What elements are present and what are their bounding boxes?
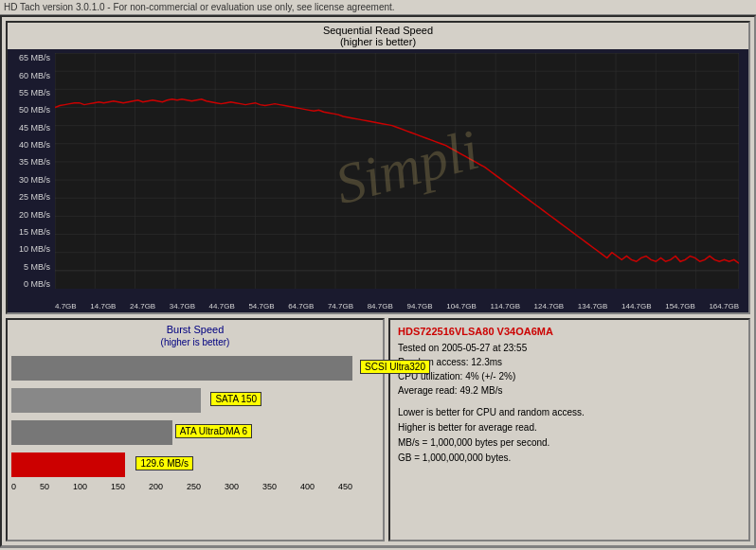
y-label: 5 MB/s bbox=[9, 262, 52, 272]
burst-x-label: 300 bbox=[225, 482, 239, 491]
burst-x-axis: 0 50 100 150 200 250 300 350 400 450 bbox=[11, 482, 352, 491]
y-label: 55 MB/s bbox=[9, 88, 52, 98]
y-axis: 0 MB/s 5 MB/s 10 MB/s 15 MB/s 20 MB/s 25… bbox=[9, 53, 52, 289]
burst-chart-title: Burst Speed bbox=[11, 324, 379, 335]
y-label: 30 MB/s bbox=[9, 175, 52, 185]
bar-label-actual: 129.6 MB/s bbox=[135, 456, 193, 470]
y-label: 15 MB/s bbox=[9, 227, 52, 237]
x-label: 44.7GB bbox=[209, 302, 235, 310]
y-label: 0 MB/s bbox=[9, 279, 52, 289]
x-label: 4.7GB bbox=[55, 302, 77, 310]
x-label: 14.7GB bbox=[90, 302, 116, 310]
y-label: 60 MB/s bbox=[9, 71, 52, 80]
info-panel: HDS722516VLSA80 V34OA6MA Tested on 2005-… bbox=[388, 318, 750, 541]
note-cpu: Lower is better for CPU and random acces… bbox=[398, 405, 741, 420]
y-label: 10 MB/s bbox=[9, 244, 52, 254]
title-bar: HD Tach version 3.0.1.0 - For non-commer… bbox=[0, 0, 756, 15]
x-label: 54.7GB bbox=[248, 302, 274, 310]
x-label: 124.7GB bbox=[534, 302, 565, 310]
y-label: 65 MB/s bbox=[9, 53, 52, 62]
burst-x-label: 350 bbox=[262, 482, 277, 491]
title-text: HD Tach version 3.0.1.0 - For non-commer… bbox=[4, 2, 395, 12]
burst-chart-subtitle: (higher is better) bbox=[11, 337, 379, 347]
y-label: 35 MB/s bbox=[9, 157, 52, 167]
x-axis: 4.7GB 14.7GB 24.7GB 34.7GB 44.7GB 54.7GB… bbox=[55, 302, 739, 310]
burst-chart: Burst Speed (higher is better) SCSI Ultr… bbox=[6, 318, 385, 541]
x-label: 34.7GB bbox=[170, 302, 195, 310]
y-label: 40 MB/s bbox=[9, 140, 52, 150]
x-label: 104.7GB bbox=[446, 302, 477, 310]
info-details: Tested on 2005-05-27 at 23:55 Random acc… bbox=[398, 341, 741, 398]
cpu-utilization: CPU utilization: 4% (+/- 2%) bbox=[398, 369, 741, 383]
x-label: 94.7GB bbox=[406, 302, 432, 310]
x-label: 84.7GB bbox=[368, 302, 393, 310]
bar-label-ata: ATA UltraDMA 6 bbox=[175, 424, 252, 438]
tested-on: Tested on 2005-05-27 at 23:55 bbox=[398, 341, 741, 355]
x-label: 134.7GB bbox=[578, 302, 608, 310]
burst-x-label: 50 bbox=[40, 482, 49, 491]
sequential-chart-svg bbox=[55, 53, 739, 289]
bar-row-ata: ATA UltraDMA 6 bbox=[11, 419, 379, 446]
x-label: 154.7GB bbox=[665, 302, 695, 310]
bar-label-sata: SATA 150 bbox=[210, 392, 261, 406]
x-label: 164.7GB bbox=[709, 302, 739, 310]
burst-x-label: 150 bbox=[111, 482, 125, 491]
x-label: 114.7GB bbox=[490, 302, 520, 310]
bar-row-scsi: SCSI Ultra320 bbox=[11, 355, 379, 381]
y-label: 25 MB/s bbox=[9, 192, 52, 202]
note-gb: GB = 1,000,000,000 bytes. bbox=[398, 451, 741, 466]
burst-x-label: 100 bbox=[73, 482, 87, 491]
y-label: 45 MB/s bbox=[9, 123, 52, 133]
bar-label-scsi: SCSI Ultra320 bbox=[360, 360, 430, 374]
burst-x-label: 450 bbox=[338, 482, 352, 491]
info-notes: Lower is better for CPU and random acces… bbox=[398, 405, 741, 466]
drive-name: HDS722516VLSA80 V34OA6MA bbox=[398, 326, 741, 337]
x-label: 144.7GB bbox=[621, 302, 652, 310]
burst-x-label: 400 bbox=[300, 482, 315, 491]
bottom-section: Burst Speed (higher is better) SCSI Ultr… bbox=[6, 318, 750, 541]
burst-x-label: 0 bbox=[11, 482, 16, 491]
sequential-chart: Sequential Read Speed (higher is better)… bbox=[6, 21, 750, 314]
bar-row-sata: SATA 150 bbox=[11, 387, 379, 414]
x-label: 64.7GB bbox=[288, 302, 314, 310]
x-label: 24.7GB bbox=[130, 302, 155, 310]
svg-rect-0 bbox=[55, 53, 739, 289]
burst-x-label: 200 bbox=[149, 482, 163, 491]
seq-chart-title: Sequential Read Speed (higher is better) bbox=[8, 23, 748, 49]
note-mbs: MB/s = 1,000,000 bytes per second. bbox=[398, 435, 741, 451]
bar-row-actual: 129.6 MB/s bbox=[11, 452, 379, 478]
x-label: 74.7GB bbox=[328, 302, 353, 310]
burst-x-label: 250 bbox=[187, 482, 201, 491]
random-access: Random access: 12.3ms bbox=[398, 355, 741, 369]
bar-chart-area: SCSI Ultra320 SATA 150 ATA UltraDMA 6 bbox=[11, 355, 379, 478]
y-label: 20 MB/s bbox=[9, 210, 52, 220]
average-read: Average read: 49.2 MB/s bbox=[398, 383, 741, 398]
main-container: Sequential Read Speed (higher is better)… bbox=[0, 15, 756, 547]
y-label: 50 MB/s bbox=[9, 105, 52, 115]
note-avg: Higher is better for average read. bbox=[398, 420, 741, 435]
